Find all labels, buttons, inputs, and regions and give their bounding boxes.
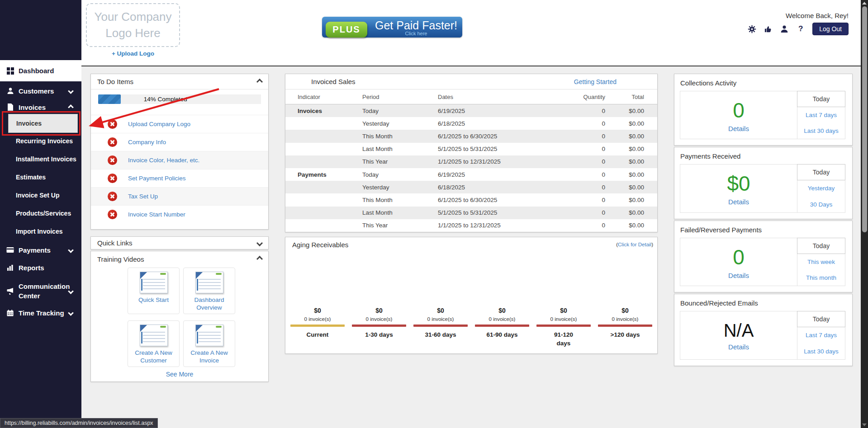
sidebar-item-dashboard[interactable]: Dashboard [0, 60, 81, 81]
logout-button[interactable]: Log Out [812, 23, 849, 35]
get-paid-faster-banner[interactable]: PLUS Get Paid Faster! Click here [322, 17, 462, 38]
document-icon [6, 103, 14, 111]
getting-started-link[interactable]: Getting Started [574, 78, 617, 85]
vertical-scrollbar[interactable] [861, 0, 868, 428]
tab-today[interactable]: Today [797, 238, 845, 254]
upload-logo-link[interactable]: + Upload Logo [86, 50, 180, 57]
sidebar-item-label: Customers [19, 87, 54, 95]
video-label: Create A New Invoice [187, 349, 232, 364]
tab-this-week[interactable]: This week [797, 254, 845, 270]
details-link[interactable]: Details [728, 343, 749, 351]
video-card-create-invoice[interactable]: Create A New Invoice [183, 320, 235, 367]
aging-bucket-61-90: $00 invoice(s)61-90 days [471, 307, 533, 348]
scroll-up-arrow-icon[interactable] [862, 2, 867, 5]
invoiced-sales-panel: Invoiced Sales Getting Started Indicator… [285, 74, 658, 232]
sidebar-subitem-products-services[interactable]: Products/Services [0, 204, 81, 222]
gear-icon[interactable] [747, 24, 756, 34]
tab-last-30-days[interactable]: Last 30 days [797, 343, 845, 360]
quick-links-header: Quick Links [91, 237, 268, 249]
sidebar-item-payments[interactable]: Payments [0, 242, 81, 258]
tab-today[interactable]: Today [797, 311, 845, 327]
tab-last-7-days[interactable]: Last 7 days [797, 327, 845, 343]
todo-item-link[interactable]: Invoice Start Number [128, 211, 185, 218]
incomplete-x-icon [108, 155, 117, 165]
sidebar-subitem-installment-invoices[interactable]: Installment Invoices [0, 150, 81, 168]
user-icon [6, 87, 14, 94]
header-actions: ? Log Out [747, 23, 849, 35]
scroll-down-arrow-icon[interactable] [862, 423, 867, 426]
banner-click-here-link[interactable]: Click here [405, 31, 427, 36]
details-link[interactable]: Details [728, 125, 749, 132]
tab-30-days[interactable]: 30 Days [797, 197, 845, 213]
thumbs-up-icon[interactable] [764, 24, 773, 34]
panel-body: 0 Details Today Last 7 days Last 30 days [680, 91, 845, 139]
video-card-dashboard-overview[interactable]: Dashboard Overview [183, 268, 235, 314]
todo-item-link[interactable]: Tax Set Up [128, 193, 158, 200]
collapse-chevron-down-icon[interactable] [256, 240, 263, 246]
panel-title: Payments Received [674, 147, 852, 160]
user-icon[interactable] [780, 24, 789, 34]
table-row: Yesterday6/18/20250$0.00 [285, 117, 657, 130]
sidebar-item-time-tracking[interactable]: Time Tracking [0, 305, 81, 321]
calendar-icon [6, 310, 14, 316]
company-logo-placeholder[interactable]: Your Company Logo Here [86, 3, 180, 47]
sidebar-subitem-invoice-set-up[interactable]: Invoice Set Up [0, 186, 81, 204]
aging-bucket-31-60: $00 invoice(s)31-60 days [410, 307, 471, 348]
tab-last-7-days[interactable]: Last 7 days [797, 107, 845, 123]
tab-yesterday[interactable]: Yesterday [797, 180, 845, 197]
quick-links-title: Quick Links [97, 239, 133, 247]
click-for-detail-link[interactable]: Click for Detail [618, 242, 651, 247]
panel-body: $0 Details Today Yesterday 30 Days [680, 164, 845, 213]
table-row: This Year1/1/2025 to 12/31/20250$0.00 [285, 155, 657, 168]
sidebar-subitem-import-invoices[interactable]: Import Invoices [0, 222, 81, 240]
sidebar-item-reports[interactable]: Reports [0, 259, 81, 276]
details-link[interactable]: Details [728, 272, 749, 279]
todo-item-link[interactable]: Company Info [128, 139, 166, 146]
quick-links-panel: Quick Links [90, 236, 269, 249]
incomplete-x-icon [108, 192, 117, 201]
bucket-bar [290, 325, 345, 327]
todo-item: Upload Company Logo [91, 115, 268, 133]
tab-last-30-days[interactable]: Last 30 days [797, 123, 845, 139]
annotation-highlight-box [2, 111, 81, 136]
bucket-bar [475, 325, 529, 327]
todo-item-link[interactable]: Invoice Color, Header, etc. [128, 157, 199, 164]
video-label: Dashboard Overview [187, 296, 232, 311]
stat-tabs: Today This week This month [797, 238, 845, 286]
video-card-quick-start[interactable]: Quick Start [128, 268, 180, 314]
column-header: Total [605, 94, 644, 100]
details-link[interactable]: Details [728, 198, 749, 206]
bucket-bar [352, 325, 406, 327]
sidebar-item-communication-center[interactable]: Communication Center [0, 278, 81, 304]
payments-received-panel: Payments Received $0 Details Today Yeste… [674, 147, 853, 219]
stat-tabs: Today Last 7 days Last 30 days [797, 311, 845, 359]
sidebar-subitem-estimates[interactable]: Estimates [0, 168, 81, 186]
sidebar-item-customers[interactable]: Customers [0, 83, 81, 99]
todo-progress-fill [98, 94, 121, 104]
aging-title: Aging Receivables [292, 241, 348, 249]
tab-today[interactable]: Today [797, 91, 845, 107]
chevron-down-icon [68, 310, 74, 316]
todo-item: Set Payment Policies [91, 169, 268, 187]
tab-this-month[interactable]: This month [797, 270, 845, 286]
table-row: Last Month5/1/2025 to 5/31/20250$0.00 [285, 207, 657, 219]
todo-item-link[interactable]: Set Payment Policies [128, 175, 186, 182]
tab-today[interactable]: Today [797, 164, 845, 180]
credit-card-icon [6, 247, 14, 253]
bucket-bar [413, 325, 468, 327]
table-column-headers: Indicator Period Dates Quantity Total [285, 89, 657, 104]
collapse-chevron-up-icon[interactable] [256, 78, 263, 85]
video-card-create-customer[interactable]: Create A New Customer [128, 320, 180, 367]
stat-value: N/A [724, 320, 754, 341]
todo-item-link[interactable]: Upload Company Logo [128, 121, 190, 127]
plus-badge: PLUS [326, 22, 367, 38]
scrollbar-thumb[interactable] [862, 6, 867, 232]
see-more-link[interactable]: See More [91, 371, 268, 378]
video-thumbnail [195, 272, 223, 293]
panel-body: N/A Details Today Last 7 days Last 30 da… [680, 311, 845, 360]
help-icon[interactable]: ? [796, 24, 805, 34]
collapse-chevron-up-icon[interactable] [256, 256, 263, 262]
sidebar-item-label: Communication Center [19, 282, 66, 301]
invoiced-sales-title: Invoiced Sales [311, 78, 356, 85]
todo-progress-label: 14% Completed [144, 94, 187, 104]
